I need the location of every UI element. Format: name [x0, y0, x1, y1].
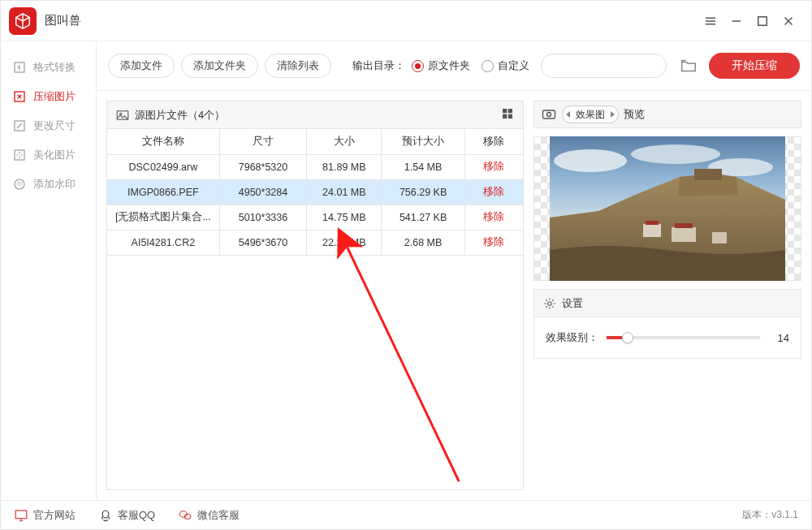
cell-name: IMGP0866.PEF	[107, 179, 219, 205]
preview-header: 效果图 预览	[533, 101, 801, 128]
footer-qq[interactable]: 客服QQ	[98, 508, 155, 523]
footer-label: 客服QQ	[118, 508, 155, 523]
svg-rect-33	[15, 511, 27, 519]
version-label: 版本：v3.1.1	[742, 508, 798, 522]
quality-slider[interactable]	[607, 336, 760, 339]
file-table-panel: 源图片文件（4个） 文件名称 尺寸 大小 预计大小	[106, 101, 524, 490]
table-row[interactable]: AI5I4281.CR25496*367022.28 MB2.68 MB移除	[107, 230, 523, 255]
col-header-dim: 尺寸	[219, 129, 307, 154]
sidebar: 格式转换 压缩图片 更改尺寸 美化图片 印 添加水印	[1, 41, 97, 500]
cell-remove: 移除	[464, 154, 523, 179]
slider-value: 14	[768, 332, 789, 344]
add-file-button[interactable]: 添加文件	[108, 54, 175, 78]
beautify-icon	[12, 148, 27, 162]
sidebar-item-beautify[interactable]: 美化图片	[1, 140, 96, 170]
sidebar-item-compress[interactable]: 压缩图片	[1, 82, 96, 111]
remove-link[interactable]: 移除	[483, 161, 504, 172]
svg-point-23	[554, 149, 627, 172]
table-header-row: 文件名称 尺寸 大小 预计大小 移除	[107, 129, 523, 154]
titlebar: 图叫兽	[1, 1, 811, 41]
cell-dim: 5010*3336	[219, 205, 307, 230]
svg-point-32	[548, 301, 552, 305]
close-button[interactable]	[775, 8, 801, 34]
slider-label: 效果级别：	[546, 330, 598, 345]
cell-remove: 移除	[464, 205, 523, 230]
sidebar-item-label: 添加水印	[33, 177, 76, 192]
svg-rect-17	[503, 114, 507, 118]
col-header-name: 文件名称	[107, 129, 219, 154]
radio-label: 原文件夹	[428, 58, 470, 73]
resize-icon	[12, 118, 27, 133]
svg-rect-31	[712, 232, 727, 243]
compress-icon	[12, 89, 27, 104]
sidebar-item-format[interactable]: 格式转换	[1, 53, 96, 82]
browse-folder-button[interactable]	[678, 55, 699, 76]
cell-remove: 移除	[464, 230, 523, 255]
file-table: 文件名称 尺寸 大小 预计大小 移除 DSC02499.arw7968*5320…	[107, 129, 523, 256]
sidebar-item-resize[interactable]: 更改尺寸	[1, 111, 96, 140]
footer-label: 官方网站	[33, 508, 76, 523]
sidebar-item-label: 压缩图片	[33, 89, 76, 104]
settings-box: 设置 效果级别： 14	[533, 289, 801, 359]
start-compress-button[interactable]: 开始压缩	[709, 53, 800, 79]
remove-link[interactable]: 移除	[483, 211, 504, 222]
svg-rect-15	[503, 109, 507, 113]
sidebar-item-label: 格式转换	[33, 60, 76, 75]
table-row[interactable]: DSC02499.arw7968*532081.89 MB1.54 MB移除	[107, 154, 523, 179]
cell-name: [无损格式图片集合...	[107, 205, 219, 230]
table-row[interactable]: IMGP0866.PEF4950*328424.01 MB756.29 KB移除	[107, 179, 523, 205]
add-folder-button[interactable]: 添加文件夹	[181, 54, 258, 78]
cell-size: 81.89 MB	[307, 154, 382, 179]
preview-mode-select[interactable]: 效果图	[562, 106, 619, 123]
radio-source-folder[interactable]: 原文件夹	[412, 58, 470, 73]
svg-rect-29	[672, 227, 696, 242]
view-toggle-button[interactable]	[500, 106, 515, 123]
toolbar: 添加文件 添加文件夹 清除列表 输出目录： 原文件夹 自定义 开始压缩	[97, 41, 811, 91]
sidebar-item-watermark[interactable]: 印 添加水印	[1, 170, 96, 199]
app-logo	[9, 7, 37, 35]
svg-point-34	[102, 511, 109, 518]
file-table-title: 源图片文件（4个）	[135, 108, 225, 123]
minimize-button[interactable]	[723, 8, 749, 34]
cell-est: 1.54 MB	[382, 154, 464, 179]
cell-est: 2.68 MB	[382, 230, 464, 255]
svg-rect-10	[15, 150, 24, 160]
footer-website[interactable]: 官方网站	[14, 508, 76, 523]
svg-rect-4	[758, 16, 767, 25]
col-header-est: 预计大小	[382, 129, 464, 154]
svg-rect-26	[694, 169, 722, 180]
settings-label: 设置	[562, 296, 583, 311]
cell-size: 24.01 MB	[307, 179, 382, 205]
sidebar-item-label: 更改尺寸	[33, 118, 76, 133]
table-row[interactable]: [无损格式图片集合...5010*333614.75 MB541.27 KB移除	[107, 205, 523, 230]
qq-icon	[98, 508, 113, 523]
menu-button[interactable]	[698, 8, 723, 34]
cell-est: 756.29 KB	[382, 179, 464, 205]
remove-link[interactable]: 移除	[483, 236, 504, 248]
output-label: 输出目录：	[352, 58, 405, 73]
cell-remove: 移除	[464, 179, 523, 205]
sidebar-item-label: 美化图片	[33, 148, 76, 162]
col-header-size: 大小	[307, 129, 382, 154]
clear-list-button[interactable]: 清除列表	[265, 54, 331, 78]
cell-dim: 4950*3284	[219, 179, 307, 205]
radio-custom-folder[interactable]: 自定义	[482, 58, 529, 73]
preview-icon	[541, 106, 557, 123]
cell-size: 14.75 MB	[307, 205, 382, 230]
svg-rect-27	[643, 224, 661, 237]
output-path-input[interactable]	[541, 54, 667, 78]
svg-rect-28	[646, 221, 659, 225]
footer-label: 微信客服	[197, 508, 240, 523]
gear-icon	[542, 296, 557, 311]
preview-label: 预览	[624, 107, 645, 122]
remove-link[interactable]: 移除	[483, 186, 504, 197]
svg-point-24	[631, 144, 720, 164]
footer-wechat[interactable]: 微信客服	[178, 508, 240, 523]
image-icon	[115, 108, 130, 123]
svg-point-21	[547, 113, 551, 117]
svg-rect-30	[675, 223, 693, 228]
cell-name: DSC02499.arw	[107, 154, 219, 179]
cell-dim: 5496*3670	[219, 230, 307, 255]
settings-header: 设置	[534, 290, 801, 317]
maximize-button[interactable]	[749, 8, 775, 34]
